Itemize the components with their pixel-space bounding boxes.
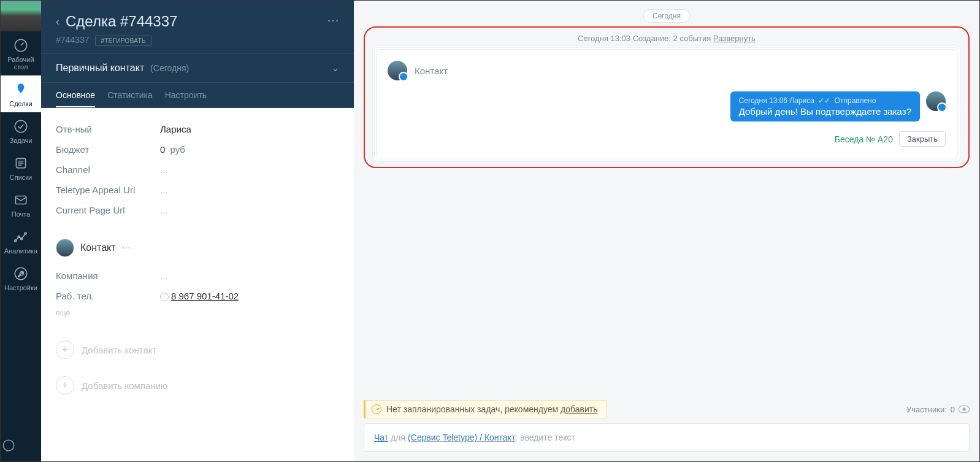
svg-rect-3 — [15, 196, 26, 204]
close-button[interactable]: Закрыть — [899, 131, 946, 147]
field-label-channel: Channel — [56, 164, 160, 175]
nav-label: Аналитика — [4, 247, 37, 255]
contact-more-icon[interactable]: ⋯ — [122, 243, 131, 253]
nav-tasks[interactable]: Задачи — [1, 112, 41, 149]
nav-analytics[interactable]: Аналитика — [1, 223, 41, 260]
field-value-pageurl[interactable]: ... — [160, 205, 168, 215]
detail-tabs: Основное Статистика Настроить — [41, 83, 354, 108]
contact-avatar[interactable] — [56, 239, 74, 257]
expand-link[interactable]: Развернуть — [713, 34, 756, 43]
chat-highlight-box: Сегодня 13:03 Создание: 2 события Развер… — [364, 26, 970, 168]
nav-lists[interactable]: Списки — [1, 149, 41, 186]
message-text: Добрый день! Вы подтверждаете заказ? — [739, 106, 911, 117]
svg-point-1 — [15, 120, 27, 133]
tag-button[interactable]: #ТЕГИРОВАТЬ — [95, 36, 151, 46]
field-value-phone[interactable]: 8 967 901-41-02 — [160, 291, 239, 301]
no-task-banner: Нет запланированных задач, рекомендуем д… — [364, 400, 607, 418]
more-icon[interactable]: ⋯ — [327, 13, 339, 28]
nav-label: Задачи — [10, 137, 33, 144]
field-value-teletype[interactable]: ... — [160, 185, 168, 195]
mail-icon — [13, 192, 29, 208]
avatar[interactable] — [926, 91, 946, 111]
chevron-down-icon: ⌄ — [332, 63, 339, 73]
nav-deals[interactable]: Сделки — [1, 75, 41, 112]
event-summary: Сегодня 13:03 Создание: 2 события Развер… — [373, 34, 960, 43]
field-value-budget[interactable]: 0 руб — [160, 144, 185, 155]
tab-setup[interactable]: Настроить — [165, 90, 207, 107]
phone-icon — [160, 293, 169, 301]
nav-label: Рабочий стол — [7, 56, 34, 71]
nav-label: Почта — [12, 210, 31, 218]
composer-service-link[interactable]: (Сервис Teletype) / Контакт — [408, 433, 515, 442]
eye-icon — [959, 406, 970, 413]
nav-chat[interactable] — [1, 431, 41, 461]
deals-icon — [13, 82, 29, 98]
deal-id: #744337 — [56, 35, 90, 45]
chat-card: Контакт Сегодня 13:06 Лариса ✓✓ Отправле… — [376, 49, 957, 158]
nav-label: Списки — [10, 174, 33, 181]
participants[interactable]: Участники: 0 — [906, 405, 970, 414]
deal-panel: ‹ Сделка #744337 ⋯ #744337 #ТЕГИРОВАТЬ П… — [41, 1, 354, 461]
field-label-budget: Бюджет — [56, 144, 160, 155]
gauge-icon — [13, 37, 29, 53]
list-icon — [13, 155, 29, 171]
nav-label: Настройки — [4, 284, 37, 291]
stage-selector[interactable]: Первичный контакт (Сегодня) ⌄ — [41, 53, 354, 83]
add-company-button[interactable]: + Добавить компанию — [56, 368, 339, 403]
message-composer[interactable]: Чат для (Сервис Teletype) / Контакт: вве… — [364, 423, 970, 452]
check-icon — [13, 118, 29, 134]
back-icon[interactable]: ‹ — [56, 15, 59, 28]
chat-bubble-icon — [1, 438, 17, 454]
composer-chat-link[interactable]: Чат — [374, 433, 388, 442]
add-task-link[interactable]: добавить — [561, 404, 597, 414]
conversation-id[interactable]: Беседа № A20 — [835, 134, 893, 144]
field-value-company[interactable]: ... — [160, 271, 168, 281]
tab-main[interactable]: Основное — [56, 90, 95, 107]
add-contact-button[interactable]: + Добавить контакт — [56, 332, 339, 368]
field-label-company: Компания — [56, 271, 160, 281]
nav-mail[interactable]: Почта — [1, 186, 41, 223]
nav-settings[interactable]: Настройки — [1, 260, 41, 296]
activity-feed: Сегодня Сегодня 13:03 Создание: 2 событи… — [354, 1, 979, 461]
double-check-icon: ✓✓ — [818, 96, 830, 105]
wrench-icon — [13, 266, 29, 282]
field-value-channel[interactable]: ... — [160, 164, 168, 175]
field-label-phone: Раб. тел. — [56, 291, 160, 301]
plus-icon: + — [56, 376, 74, 395]
contact-name[interactable]: Контакт — [80, 242, 116, 253]
outgoing-message: Сегодня 13:06 Лариса ✓✓ Отправлено Добры… — [730, 91, 920, 121]
tab-stats[interactable]: Статистика — [107, 90, 153, 107]
more-fields-link[interactable]: ещё — [56, 309, 339, 317]
deal-title[interactable]: Сделка #744337 — [66, 13, 177, 30]
stage-date: (Сегодня) — [150, 63, 189, 73]
user-avatar[interactable] — [1, 1, 41, 31]
plus-icon: + — [56, 341, 74, 359]
nav-label: Сделки — [9, 100, 33, 107]
stage-label: Первичный контакт — [56, 63, 144, 73]
today-pill: Сегодня — [643, 9, 690, 23]
nav-dashboard[interactable]: Рабочий стол — [1, 31, 41, 75]
analytics-icon — [13, 229, 29, 245]
svg-point-8 — [15, 268, 27, 280]
clock-icon — [372, 404, 381, 414]
field-label-pageurl: Current Page Url — [56, 205, 160, 215]
avatar[interactable] — [388, 61, 407, 80]
field-label-teletype: Teletype Appeal Url — [56, 185, 160, 195]
field-label-responsible: Отв-ный — [56, 124, 160, 134]
field-value-responsible[interactable]: Лариса — [160, 124, 191, 134]
incoming-message: Контакт — [388, 61, 946, 80]
nav-rail: Рабочий стол Сделки Задачи Списки Почта … — [1, 1, 41, 461]
incoming-name: Контакт — [415, 66, 448, 76]
